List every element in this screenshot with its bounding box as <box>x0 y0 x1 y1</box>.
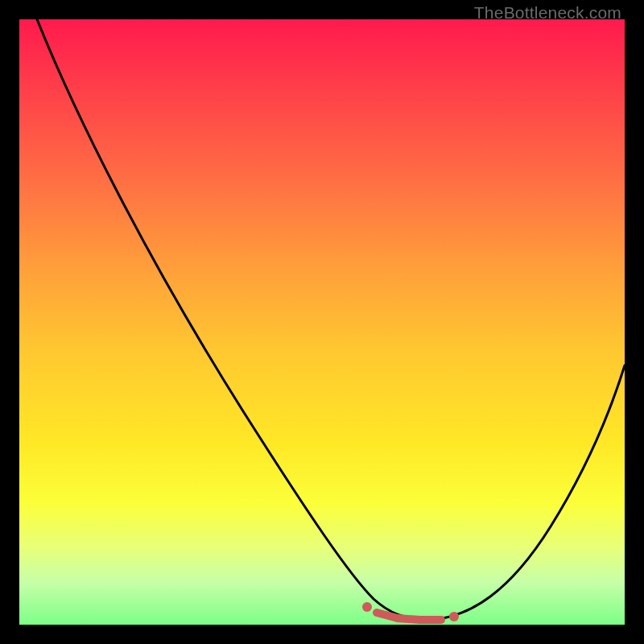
right-curve <box>428 365 625 620</box>
minimum-highlight <box>362 602 459 621</box>
left-curve <box>37 19 428 620</box>
plot-area <box>19 19 625 625</box>
chart-svg <box>19 19 625 625</box>
svg-point-0 <box>362 602 372 612</box>
chart-frame: TheBottleneck.com <box>0 0 644 644</box>
watermark-text: TheBottleneck.com <box>474 3 621 23</box>
svg-point-4 <box>449 612 459 621</box>
